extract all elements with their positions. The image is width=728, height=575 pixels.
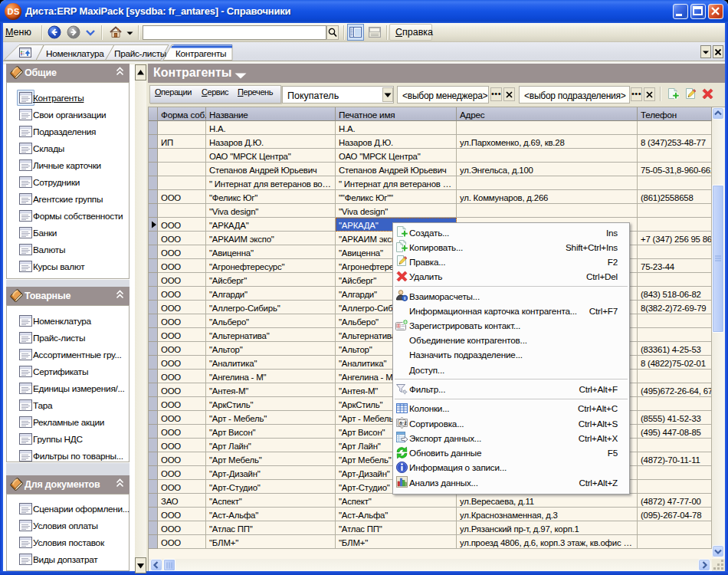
svg-text:i: i [404, 295, 405, 301]
svg-text:a·z: a·z [399, 420, 407, 426]
